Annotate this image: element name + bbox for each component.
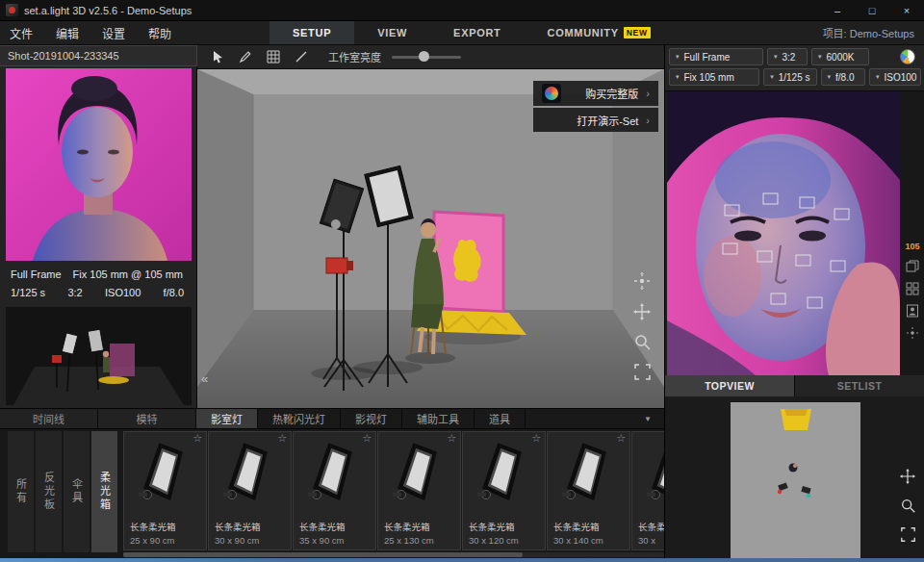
left-panel: Shot-20191004-233345 xyxy=(0,45,197,408)
library-item[interactable]: ☆ 长条柔光箱 30 x xyxy=(631,431,664,550)
pen-tool-icon[interactable] xyxy=(237,48,254,65)
caret-down-icon: ▾ xyxy=(774,53,778,61)
softbox-image xyxy=(557,441,619,508)
softbox-image xyxy=(642,441,664,508)
shutter-dropdown[interactable]: ▾ 1/125 s xyxy=(763,68,816,86)
info-lens: Fix 105 mm @ 105 mm xyxy=(73,268,183,280)
open-demo-set-button[interactable]: 打开演示-Set › xyxy=(533,108,658,132)
tab-studio-lights[interactable]: 影室灯 xyxy=(196,409,258,428)
shot-name: Shot-20191004-233345 xyxy=(8,50,119,62)
studio-brightness-label: 工作室亮度 xyxy=(328,49,381,64)
caret-down-icon: ▾ xyxy=(676,73,680,81)
titlebar: set.a.light 3D v2.5.6 - Demo-Setups – □ … xyxy=(0,0,924,21)
white-balance-dropdown[interactable]: ▾ 6000K xyxy=(811,48,869,65)
caret-down-icon: ▾ xyxy=(676,53,680,61)
library-items: ☆ 长条柔光箱 25 x 90 cm ☆ 长条柔光箱 30 x 90 cm ☆ xyxy=(123,431,664,552)
group-reflectors[interactable]: 反光板 xyxy=(36,431,62,552)
fit-view-icon[interactable] xyxy=(633,363,652,381)
library-item[interactable]: ☆ 长条柔光箱 35 x 90 cm xyxy=(293,431,376,550)
menu-file[interactable]: 文件 xyxy=(10,25,33,41)
viewport-nav-tools xyxy=(632,271,652,381)
portrait-frame-icon[interactable] xyxy=(906,304,919,318)
orbit-dot-icon[interactable] xyxy=(906,326,919,340)
softbox-image xyxy=(134,441,195,508)
info-aperture: f/8.0 xyxy=(164,287,184,298)
lens-dropdown[interactable]: ▾ Fix 105 mm xyxy=(669,68,759,86)
frames-icon[interactable] xyxy=(906,260,919,273)
library-item[interactable]: ☆ 长条柔光箱 30 x 120 cm xyxy=(462,431,546,550)
scene-thumbnail xyxy=(6,307,192,405)
maximize-button[interactable]: □ xyxy=(855,0,889,20)
grid-icon[interactable] xyxy=(906,282,919,295)
open-demo-set-label: 打开演示-Set xyxy=(577,113,638,128)
arrow-right-icon: › xyxy=(646,115,650,126)
tab-props[interactable]: 道具 xyxy=(475,409,526,428)
orbit-icon[interactable] xyxy=(632,271,652,291)
menubar: 文件 编辑 设置 帮助 SETUP VIEW EXPORT COMMUNITY … xyxy=(0,21,924,45)
brightness-slider[interactable] xyxy=(392,48,461,65)
pan-move-icon[interactable] xyxy=(899,468,916,485)
measure-line-icon[interactable] xyxy=(293,48,310,65)
camera-side-strip: 105 xyxy=(900,91,924,375)
zoom-icon[interactable] xyxy=(900,498,916,514)
chevron-down-icon[interactable]: ▼ xyxy=(644,409,664,428)
softbox-image xyxy=(473,441,534,508)
tab-view[interactable]: VIEW xyxy=(354,21,430,44)
select-cursor-icon[interactable] xyxy=(209,48,226,65)
shot-name-bar[interactable]: Shot-20191004-233345 xyxy=(0,45,197,66)
tab-export[interactable]: EXPORT xyxy=(430,21,524,44)
tab-community[interactable]: COMMUNITY NEW xyxy=(525,21,674,44)
close-button[interactable]: × xyxy=(889,0,924,20)
menu-help[interactable]: 帮助 xyxy=(148,25,171,41)
tab-topview[interactable]: TOPVIEW xyxy=(665,375,795,396)
pan-move-icon[interactable] xyxy=(632,302,652,321)
collapse-panel-button[interactable]: « xyxy=(201,371,208,386)
zoom-icon[interactable] xyxy=(633,333,652,351)
brightness-slider-thumb[interactable] xyxy=(419,51,429,62)
main-tabs: SETUP VIEW EXPORT COMMUNITY NEW xyxy=(270,21,674,44)
library-item[interactable]: ☆ 长条柔光箱 30 x 140 cm xyxy=(547,431,630,550)
tab-helper-tools[interactable]: 辅助工具 xyxy=(402,409,475,428)
grid-toggle-icon[interactable] xyxy=(265,48,282,65)
viewport-toolbar: 工作室亮度 xyxy=(197,45,664,69)
shot-preview-image xyxy=(6,68,192,261)
menu-settings[interactable]: 设置 xyxy=(102,25,125,41)
promo-buttons: 购买完整版 › 打开演示-Set › xyxy=(533,81,658,132)
minimize-button[interactable]: – xyxy=(820,0,855,20)
group-all[interactable]: 所有 xyxy=(8,431,34,552)
library-item[interactable]: ☆ 长条柔光箱 25 x 90 cm xyxy=(123,431,207,550)
library-scrollbar-thumb[interactable] xyxy=(123,552,523,557)
iso-dropdown[interactable]: ▾ ISO100 xyxy=(869,68,921,86)
fit-view-icon[interactable] xyxy=(900,526,916,543)
menu-edit[interactable]: 编辑 xyxy=(56,25,79,41)
equipment-library: 所有 反光板 伞具 柔光箱 ☆ 长条柔光箱 25 x 90 cm ☆ 长条柔光箱… xyxy=(0,429,664,558)
aperture-dropdown[interactable]: ▾ f/8.0 xyxy=(821,68,865,86)
sensor-format-dropdown[interactable]: ▾ Full Frame xyxy=(669,48,763,65)
group-umbrellas[interactable]: 伞具 xyxy=(64,431,90,552)
bottom-tabstrip: 时间线 模特 影室灯 热靴闪光灯 影视灯 辅助工具 道具 ▼ xyxy=(0,408,664,429)
group-softboxes[interactable]: 柔光箱 xyxy=(91,431,117,552)
tab-setup[interactable]: SETUP xyxy=(270,21,354,44)
tab-video-lights[interactable]: 影视灯 xyxy=(341,409,402,428)
library-item[interactable]: ☆ 长条柔光箱 30 x 90 cm xyxy=(208,431,292,550)
tab-community-label: COMMUNITY xyxy=(548,27,619,38)
info-iso: ISO100 xyxy=(105,287,141,298)
library-item[interactable]: ☆ 长条柔光箱 25 x 130 cm xyxy=(377,431,461,550)
buy-full-version-button[interactable]: 购买完整版 › xyxy=(533,81,658,106)
library-group-tabs: 所有 反光板 伞具 柔光箱 xyxy=(8,431,117,552)
app-icon xyxy=(6,4,18,16)
tab-setlist[interactable]: SETLIST xyxy=(795,375,924,396)
info-shutter: 1/125 s xyxy=(11,287,45,298)
aspect-ratio-dropdown[interactable]: ▾ 3:2 xyxy=(767,48,808,65)
buy-full-version-label: 购买完整版 xyxy=(585,86,638,101)
project-label: 项目: Demo-Setups xyxy=(823,25,924,40)
topview-canvas[interactable] xyxy=(665,396,924,562)
studio-3d-viewport[interactable]: 购买完整版 › 打开演示-Set › xyxy=(197,69,664,408)
library-scrollbar[interactable] xyxy=(123,552,664,557)
softbox-image xyxy=(303,441,365,508)
tab-model[interactable]: 模特 xyxy=(98,409,196,428)
white-balance-icon[interactable] xyxy=(900,49,915,64)
arrow-right-icon: › xyxy=(646,88,650,99)
tab-timeline[interactable]: 时间线 xyxy=(0,409,98,428)
tab-speedlights[interactable]: 热靴闪光灯 xyxy=(258,409,341,428)
